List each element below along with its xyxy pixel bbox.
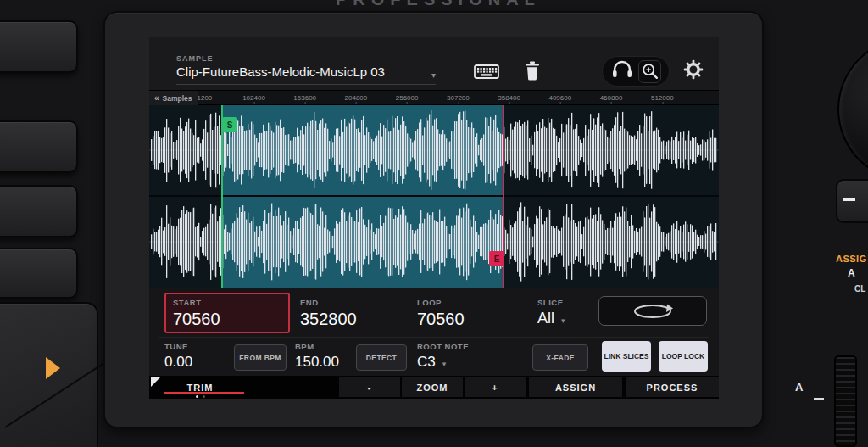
end-field[interactable]: END 352800 bbox=[300, 298, 357, 329]
root-note-value: C3▾ bbox=[417, 354, 469, 371]
waveform-svg bbox=[149, 105, 719, 288]
menu-button[interactable] bbox=[0, 20, 78, 73]
audition-zoom-group bbox=[602, 56, 670, 87]
mpc-hardware: PROFESSIONAL MENU REC SAVE MIXER SAMPLE … bbox=[0, 0, 868, 447]
sample-name: Clip-FutureBass-Melodic-MusicLp 03 bbox=[176, 64, 385, 79]
end-value: 352800 bbox=[300, 310, 357, 329]
tab-trim-label: TRIM bbox=[187, 383, 214, 393]
ruler-tick: 102400 bbox=[242, 94, 265, 102]
sample-name-dropdown[interactable]: Clip-FutureBass-Melodic-MusicLp 03 ▾ bbox=[176, 64, 436, 85]
fader-label: A bbox=[795, 381, 803, 394]
screen-header: SAMPLE Clip-FutureBass-Melodic-MusicLp 0… bbox=[149, 37, 719, 90]
zoom-in-icon bbox=[640, 61, 660, 81]
delete-button[interactable] bbox=[522, 59, 542, 85]
link-slices-button[interactable]: LINK SLICES bbox=[602, 341, 651, 372]
bpm-field[interactable]: BPM 150.00 bbox=[295, 342, 339, 371]
mixer-button[interactable] bbox=[0, 248, 78, 299]
rec-button[interactable] bbox=[0, 120, 78, 173]
touchscreen[interactable]: SAMPLE Clip-FutureBass-Melodic-MusicLp 0… bbox=[149, 37, 719, 399]
parameter-panel: START 70560 END 352800 LOOP 70560 SLICE … bbox=[149, 288, 719, 376]
process-button[interactable]: PROCESS bbox=[626, 377, 719, 397]
assign-button[interactable]: ASSIGN bbox=[529, 377, 622, 397]
ruler-tick: 512000 bbox=[651, 94, 674, 102]
start-marker[interactable]: S bbox=[222, 117, 237, 132]
detect-button[interactable]: DETECT bbox=[356, 344, 407, 371]
ruler-tick: 358400 bbox=[498, 94, 520, 102]
end-label: END bbox=[300, 298, 357, 307]
root-note-field[interactable]: ROOT NOTE C3▾ bbox=[417, 342, 469, 371]
gear-icon bbox=[683, 59, 704, 83]
bpm-label: BPM bbox=[295, 342, 339, 351]
chevron-down-icon: ▾ bbox=[442, 360, 447, 368]
zoom-in-button-bar[interactable]: + bbox=[465, 377, 526, 397]
from-bpm-button[interactable]: FROM BPM bbox=[234, 344, 287, 371]
ruler-tick: 307200 bbox=[447, 94, 470, 102]
fader-tick bbox=[814, 398, 824, 400]
bottom-bar: TRIM - ZOOM + ASSIGN PROCESS bbox=[149, 376, 719, 399]
row-divider bbox=[159, 337, 709, 338]
clip-label: CL bbox=[854, 284, 868, 293]
loop-icon bbox=[630, 303, 676, 320]
save-button[interactable] bbox=[0, 185, 78, 237]
minus-button[interactable] bbox=[836, 179, 868, 223]
ruler-ticks: 5120010240015360020480025600030720035840… bbox=[149, 91, 719, 106]
root-note-label: ROOT NOTE bbox=[417, 342, 469, 351]
headphones-button[interactable] bbox=[611, 60, 633, 82]
loop-value: 70560 bbox=[417, 310, 465, 329]
tab-trim[interactable]: TRIM bbox=[149, 376, 251, 399]
assign-a-label: A bbox=[848, 267, 868, 279]
keyboard-button[interactable] bbox=[473, 63, 500, 83]
assign-section: ASSIG A CL bbox=[836, 254, 868, 293]
zoom-out-button[interactable]: - bbox=[339, 377, 400, 397]
tune-value: 0.00 bbox=[164, 354, 192, 371]
loop-lock-button[interactable]: LOOP LOCK bbox=[659, 341, 708, 372]
page-dots bbox=[149, 395, 251, 398]
xfade-button[interactable]: X-FADE bbox=[532, 344, 588, 371]
data-wheel[interactable] bbox=[837, 37, 868, 182]
end-marker[interactable]: E bbox=[489, 251, 504, 266]
page-dot-active bbox=[196, 395, 198, 398]
crossfader[interactable] bbox=[834, 355, 857, 447]
ruler-tick: 153600 bbox=[293, 94, 316, 102]
chevron-down-icon: ▾ bbox=[561, 316, 565, 325]
page-dot bbox=[203, 395, 205, 398]
keyboard-icon bbox=[474, 62, 499, 84]
timeline-ruler: 5120010240015360020480025600030720035840… bbox=[149, 90, 719, 105]
start-value: 70560 bbox=[173, 310, 281, 329]
ruler-tick: 204800 bbox=[345, 94, 368, 102]
waveform-display[interactable]: S E bbox=[149, 105, 719, 288]
tune-label: TUNE bbox=[164, 342, 192, 351]
brand-text: PROFESSIONAL bbox=[336, 0, 541, 9]
headphones-icon bbox=[611, 60, 633, 79]
start-field[interactable]: START 70560 bbox=[164, 293, 290, 333]
ruler-unit-label: Samples bbox=[163, 94, 192, 103]
bpm-value: 150.00 bbox=[295, 354, 339, 371]
ruler-tick: 409600 bbox=[548, 94, 571, 102]
minus-icon bbox=[843, 198, 855, 201]
loop-field[interactable]: LOOP 70560 bbox=[417, 298, 465, 329]
zoom-button[interactable]: ZOOM bbox=[402, 377, 463, 397]
collapse-icon: « bbox=[154, 94, 159, 103]
ruler-tick: 256000 bbox=[396, 94, 419, 102]
assign-section-label: ASSIG bbox=[836, 254, 868, 264]
slice-value: All▾ bbox=[537, 310, 565, 327]
trash-icon bbox=[524, 60, 541, 85]
start-label: START bbox=[173, 298, 281, 307]
slice-field[interactable]: SLICE All▾ bbox=[537, 298, 565, 327]
ruler-unit-chip[interactable]: « Samples bbox=[149, 91, 198, 106]
play-icon[interactable] bbox=[46, 357, 60, 379]
ruler-tick: 460800 bbox=[600, 94, 623, 102]
loop-toggle-button[interactable] bbox=[598, 296, 707, 326]
loop-label: LOOP bbox=[417, 298, 465, 307]
settings-button[interactable] bbox=[682, 59, 705, 83]
chevron-down-icon: ▾ bbox=[431, 70, 436, 80]
zoom-in-button[interactable] bbox=[638, 60, 661, 83]
sample-field-label: SAMPLE bbox=[176, 54, 214, 63]
active-tab-underline bbox=[164, 392, 244, 394]
tune-field[interactable]: TUNE 0.00 bbox=[164, 342, 192, 371]
slice-label: SLICE bbox=[537, 298, 565, 307]
